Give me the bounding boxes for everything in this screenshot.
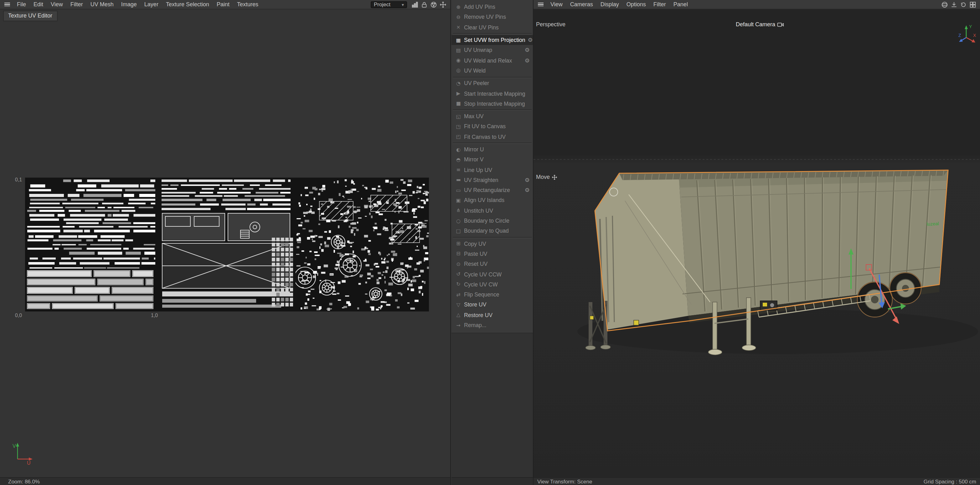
menu-item-cameras[interactable]: Cameras <box>566 1 597 8</box>
command-fit-uv-to-canvas[interactable]: ◳Fit UV to Canvas <box>452 122 533 132</box>
command-reset-uv[interactable]: ⊙Reset UV <box>452 259 533 269</box>
menu-item-textures[interactable]: Textures <box>233 1 262 8</box>
command-mirror-v[interactable]: ◓Mirror V <box>452 154 533 165</box>
project-dropdown[interactable]: Project ▾ <box>371 1 407 8</box>
menu-item-display[interactable]: Display <box>597 1 623 8</box>
menu-item-view[interactable]: View <box>47 1 67 8</box>
gear-icon[interactable]: ⚙ <box>525 57 531 63</box>
command-boundary-to-quad[interactable]: □Boundary to Quad <box>452 226 533 236</box>
uv-map-canvas[interactable] <box>25 178 429 311</box>
move-icon <box>552 174 557 180</box>
stop-mapping-icon: ■ <box>455 101 461 107</box>
axis-z-label: Z <box>958 33 961 38</box>
menu-item-image[interactable]: Image <box>118 1 141 8</box>
weld-icon: ◎ <box>455 68 461 73</box>
command-label: Max UV <box>464 113 484 119</box>
viewport-toolbar-icons <box>940 1 976 8</box>
command-uv-straighten[interactable]: ▬UV Straighten⚙ <box>452 175 533 185</box>
view-label[interactable]: Perspective <box>536 21 565 27</box>
menu-item-uv-mesh[interactable]: UV Mesh <box>87 1 118 8</box>
active-tool-text: Move <box>536 174 550 180</box>
command-uv-weld[interactable]: ◎UV Weld <box>452 66 533 76</box>
command-boundary-to-circle[interactable]: ○Boundary to Circle <box>452 216 533 226</box>
command-store-uv[interactable]: ▽Store UV <box>452 300 533 310</box>
uv-coordinate-top-left: 0,1 <box>15 177 22 182</box>
layout-icon[interactable] <box>969 1 976 8</box>
uv-editor-pane: FileEditViewFilterUV MeshImageLayerTextu… <box>0 0 451 485</box>
command-uv-weld-and-relax[interactable]: ◉UV Weld and Relax⚙ <box>452 55 533 66</box>
command-label: Set UVW from Projection <box>464 37 525 43</box>
command-label: Mirror V <box>464 157 484 163</box>
import-icon[interactable] <box>950 1 958 8</box>
viewport-menu-items: ViewCamerasDisplayOptionsFilterPanel <box>547 1 692 8</box>
tab-texture-uv-editor[interactable]: Texture UV Editor <box>3 11 57 21</box>
command-stop-interactive-mapping[interactable]: ■Stop Interactive Mapping <box>452 98 533 109</box>
command-label: Unstitch UV <box>464 208 493 214</box>
chart-icon[interactable] <box>411 1 418 8</box>
command-start-interactive-mapping[interactable]: ▶Start Interactive Mapping <box>452 89 533 99</box>
axis-u-label: U <box>27 460 31 465</box>
menu-item-filter[interactable]: Filter <box>650 1 670 8</box>
command-label: Align UV Islands <box>464 197 504 204</box>
chevron-down-icon: ▾ <box>402 2 404 6</box>
hamburger-icon[interactable] <box>538 2 544 6</box>
command-uv-peeler[interactable]: ◔UV Peeler <box>452 78 533 89</box>
uv-axis-gizmo: V U <box>11 439 34 465</box>
viewport-3d[interactable]: luzeal <box>533 10 980 477</box>
line-up-icon: ≡ <box>455 167 461 173</box>
menu-item-filter[interactable]: Filter <box>67 1 87 8</box>
menu-item-texture-selection[interactable]: Texture Selection <box>162 1 213 8</box>
command-line-up-uv[interactable]: ≡Line Up UV <box>452 165 533 175</box>
command-uv-rectangularize[interactable]: ▭UV Rectangularize⚙ <box>452 185 533 195</box>
menu-item-view[interactable]: View <box>547 1 566 8</box>
menu-item-file[interactable]: File <box>13 1 30 8</box>
clear-pin-icon: × <box>455 24 461 30</box>
command-cycle-uv-ccw[interactable]: ↺Cycle UV CCW <box>452 269 533 279</box>
sphere-icon[interactable] <box>940 1 948 8</box>
fit-canvas-icon: ◰ <box>455 134 461 139</box>
copy-icon: ⊞ <box>455 241 461 246</box>
menu-item-edit[interactable]: Edit <box>30 1 47 8</box>
command-flip-sequence[interactable]: ⇄Flip Sequence <box>452 290 533 300</box>
hamburger-icon[interactable] <box>5 2 10 6</box>
gear-icon[interactable]: ⚙ <box>525 47 531 54</box>
command-fit-canvas-to-uv[interactable]: ◰Fit Canvas to UV <box>452 132 533 142</box>
command-mirror-u[interactable]: ◐Mirror U <box>452 144 533 155</box>
command-remove-uv-pins[interactable]: ⊖Remove UV Pins <box>452 12 533 22</box>
command-add-uv-pins[interactable]: ⊕Add UV Pins <box>452 2 533 12</box>
3d-scene[interactable]: luzeal <box>533 10 980 477</box>
max-uv-icon: ◱ <box>455 114 461 119</box>
gear-icon[interactable]: ⚙ <box>525 177 531 183</box>
uv-editor-toolbar-icons <box>411 1 447 8</box>
menu-item-paint[interactable]: Paint <box>213 1 233 8</box>
palette-icon[interactable] <box>430 1 437 8</box>
command-uv-unwrap[interactable]: ▤UV Unwrap⚙ <box>452 45 533 55</box>
lock-icon[interactable] <box>420 1 428 8</box>
command-label: UV Rectangularize <box>464 187 510 193</box>
boundary-quad-icon: □ <box>455 228 461 234</box>
separator <box>452 236 533 239</box>
camera-label[interactable]: Default Camera <box>736 21 784 27</box>
command-label: Cycle UV CW <box>464 281 498 288</box>
command-align-uv-islands[interactable]: ▣Align UV Islands <box>452 195 533 206</box>
cycle-cw-icon: ↻ <box>455 282 461 287</box>
menu-item-layer[interactable]: Layer <box>141 1 162 8</box>
gear-icon[interactable]: ⚙ <box>525 187 531 193</box>
menu-item-options[interactable]: Options <box>623 1 650 8</box>
command-unstitch-uv[interactable]: ⋔Unstitch UV <box>452 206 533 216</box>
uv-coordinate-bottom-mid: 1,0 <box>151 313 158 319</box>
command-max-uv[interactable]: ◱Max UV <box>452 111 533 122</box>
command-paste-uv[interactable]: ⊟Paste UV <box>452 249 533 259</box>
command-remap[interactable]: →Remap... <box>452 320 533 331</box>
command-restore-uv[interactable]: △Restore UV <box>452 310 533 320</box>
uv-editor-menubar: FileEditViewFilterUV MeshImageLayerTextu… <box>0 0 450 10</box>
command-clear-uv-pins[interactable]: ×Clear UV Pins <box>452 22 533 33</box>
command-copy-uv[interactable]: ⊞Copy UV <box>452 239 533 249</box>
command-cycle-uv-cw[interactable]: ↻Cycle UV CW <box>452 279 533 290</box>
menu-item-panel[interactable]: Panel <box>670 1 692 8</box>
gear-icon[interactable]: ⚙ <box>528 37 533 43</box>
command-label: Paste UV <box>464 251 487 257</box>
history-icon[interactable] <box>959 1 967 8</box>
pan-icon[interactable] <box>439 1 447 8</box>
command-set-uvw-from-projection[interactable]: ▦Set UVW from Projection⚙ <box>452 35 533 45</box>
